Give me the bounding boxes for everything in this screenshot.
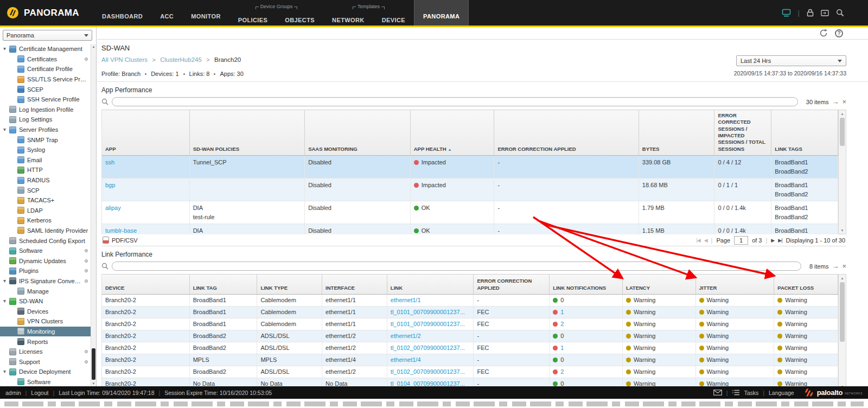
link-link[interactable]: ethernet1/1 xyxy=(391,297,421,303)
link-row-2[interactable]: Branch20-2BroadBand1Cablemodemethernet1/… xyxy=(102,307,838,318)
sidebar-item-log-ingestion-profile[interactable]: Log Ingestion Profile xyxy=(0,105,91,115)
link-column-link[interactable]: LINK xyxy=(387,275,474,294)
sidebar-item-sd-wan[interactable]: ▾SD-WAN xyxy=(0,296,91,307)
link-notifications-cell[interactable]: 0 xyxy=(550,330,623,342)
link-cell[interactable]: tl_0102_00709900001237... xyxy=(387,366,474,378)
page-number-input[interactable] xyxy=(734,236,748,245)
link-row-6[interactable]: Branch20-2MPLSMPLSethernet1/4ethernet1/4… xyxy=(102,354,838,366)
scroll-up-icon[interactable]: ▲ xyxy=(91,45,96,48)
app-column-bytes[interactable]: BYTES xyxy=(639,110,715,155)
app-table-scrollbar[interactable]: ▲ ▼ xyxy=(838,110,846,234)
app-name-cell[interactable]: bgp xyxy=(102,178,190,201)
breadcrumb-all-vpn-clusters[interactable]: All VPN Clusters xyxy=(101,56,148,63)
sidebar-item-support[interactable]: Support xyxy=(0,356,91,367)
link-link[interactable]: tl_0101_00709900001237... xyxy=(391,321,465,327)
link-column-latency[interactable]: LATENCY xyxy=(623,275,696,294)
link-link[interactable]: tl_0101_00709900001237... xyxy=(391,309,465,315)
nav-dashboard[interactable]: DASHBOARD xyxy=(93,0,151,25)
link-link[interactable]: tl_0104_00709900001237... xyxy=(391,380,465,386)
nav-objects[interactable]: OBJECTS xyxy=(276,11,323,23)
collapse-arrow-icon[interactable]: ▾ xyxy=(3,127,9,132)
sidebar-item-tacacs[interactable]: TACACS+ xyxy=(0,195,91,206)
app-row-ssh[interactable]: sshTunnel_SCPDisabledImpacted-339.08 GB0… xyxy=(102,156,838,178)
app-name-cell[interactable]: ssh xyxy=(102,156,190,178)
link-table-scrollbar[interactable]: ▲ ▼ xyxy=(838,274,846,386)
help-icon[interactable]: ? xyxy=(835,29,843,37)
clear-filter-icon[interactable]: × xyxy=(842,263,846,270)
apply-filter-icon[interactable]: → xyxy=(832,98,839,105)
link-cell[interactable]: tl_0101_00709900001237... xyxy=(387,318,474,330)
sidebar-item-software[interactable]: Software xyxy=(0,246,91,256)
link-row-3[interactable]: Branch20-2BroadBand1Cablemodemethernet1/… xyxy=(102,318,838,330)
sidebar-item-email[interactable]: Email xyxy=(0,155,91,165)
link-cell[interactable]: tl_0101_00709900001237... xyxy=(387,307,474,318)
link-column-interface[interactable]: INTERFACE xyxy=(322,275,387,294)
notification-count[interactable]: 2 xyxy=(560,368,564,375)
link-link[interactable]: tl_0102_00709900001237... xyxy=(391,345,465,351)
app-link[interactable]: ssh xyxy=(105,159,114,165)
link-cell[interactable]: ethernet1/2 xyxy=(387,330,474,342)
sidebar-item-devices[interactable]: Devices xyxy=(0,306,91,316)
collapse-arrow-icon[interactable]: ▾ xyxy=(3,369,9,374)
app-performance-search-input[interactable] xyxy=(112,97,798,106)
nav-monitor[interactable]: MONITOR xyxy=(182,0,229,25)
sidebar-item-certificate-profile[interactable]: Certificate Profile xyxy=(0,64,91,74)
link-link[interactable]: ethernet1/2 xyxy=(391,333,421,339)
collapse-arrow-icon[interactable]: ▾ xyxy=(3,278,9,284)
app-pdf-csv-button[interactable]: PDF/CSV xyxy=(103,237,138,244)
last-page-button[interactable]: ▶| xyxy=(778,238,782,243)
first-page-button[interactable]: |◀ xyxy=(696,238,700,243)
link-row-7[interactable]: Branch20-2BroadBand2ADSL/DSLethernet1/2t… xyxy=(102,366,838,378)
link-cell[interactable]: ethernet1/4 xyxy=(387,354,474,366)
app-row-bgp[interactable]: bgpDisabledImpacted-18.68 MB0 / 1 / 1Bro… xyxy=(102,178,838,201)
app-row-tumblr-base[interactable]: tumblr-baseDIADisabledOK-1.15 MB0 / 0 / … xyxy=(102,224,838,234)
link-row-1[interactable]: Branch20-2BroadBand1Cablemodemethernet1/… xyxy=(102,295,838,307)
clear-filter-icon[interactable]: × xyxy=(842,98,846,105)
link-notifications-cell[interactable]: 1 xyxy=(550,307,623,318)
sidebar-item-dynamic-updates[interactable]: Dynamic Updates xyxy=(0,256,91,266)
app-link[interactable]: tumblr-base xyxy=(105,227,137,234)
nav-panorama[interactable]: PANORAMA xyxy=(414,0,469,25)
scroll-down-icon[interactable]: ▼ xyxy=(91,382,96,385)
link-cell[interactable]: tl_0104_00709900001237... xyxy=(387,378,474,386)
app-column-link-tags[interactable]: LINK TAGS xyxy=(771,110,838,155)
link-notifications-cell[interactable]: 2 xyxy=(550,366,623,378)
context-select[interactable]: Panorama xyxy=(3,30,92,41)
link-link[interactable]: ethernet1/4 xyxy=(391,356,421,363)
prev-page-button[interactable]: ◀ xyxy=(704,238,707,243)
next-page-button[interactable]: ▶ xyxy=(771,238,774,243)
sidebar-item-snmp-trap[interactable]: SNMP Trap xyxy=(0,135,91,145)
nav-network[interactable]: NETWORK xyxy=(323,11,373,23)
app-row-alipay[interactable]: alipayDIAtest-ruleDisabledOK-1.79 MB0 / … xyxy=(102,201,838,224)
sidebar-item-log-settings[interactable]: Log Settings xyxy=(0,114,91,125)
scroll-up-icon[interactable]: ▲ xyxy=(839,112,846,116)
sidebar-item-certificate-management[interactable]: ▾Certificate Management xyxy=(0,44,91,54)
app-column-app[interactable]: APP xyxy=(102,110,190,155)
sidebar-item-ldap[interactable]: LDAP xyxy=(0,206,91,216)
sidebar-item-vpn-clusters[interactable]: VPN Clusters xyxy=(0,316,91,327)
sidebar-item-scheduled-config-export[interactable]: Scheduled Config Export xyxy=(0,235,91,246)
refresh-icon[interactable] xyxy=(819,29,828,37)
sidebar-item-ssl-tls-service-profile[interactable]: SSL/TLS Service Profile xyxy=(0,74,91,85)
sidebar-item-scep[interactable]: SCEP xyxy=(0,84,91,94)
language-link[interactable]: Language xyxy=(769,390,794,396)
collapse-arrow-icon[interactable]: ▾ xyxy=(3,298,9,304)
global-find-icon[interactable] xyxy=(836,9,844,17)
sidebar-item-syslog[interactable]: Syslog xyxy=(0,145,91,155)
link-row-8[interactable]: Branch20-2No DataNo DataNo Datatl_0104_0… xyxy=(102,378,838,386)
app-link[interactable]: bgp xyxy=(105,182,115,188)
sidebar-item-ips-signature-converter[interactable]: ▾IPS Signature Converter xyxy=(0,276,91,286)
sidebar-item-saml-identity-provider[interactable]: SAML Identity Provider xyxy=(0,226,91,236)
sidebar-item-radius[interactable]: RADIUS xyxy=(0,175,91,186)
sidebar-item-http[interactable]: HTTP xyxy=(0,165,91,175)
app-name-cell[interactable]: tumblr-base xyxy=(102,224,190,234)
scrollbar-thumb[interactable] xyxy=(92,348,95,380)
link-column-packet-loss[interactable]: PACKET LOSS xyxy=(774,275,838,294)
commit-status-icon[interactable] xyxy=(782,9,791,17)
nav-device[interactable]: DEVICE xyxy=(373,11,414,23)
sidebar-item-monitoring[interactable]: Monitoring xyxy=(0,327,91,337)
scroll-up-icon[interactable]: ▲ xyxy=(839,276,846,280)
sidebar-scrollbar[interactable]: ▲ ▼ xyxy=(91,44,96,386)
link-notifications-cell[interactable]: 1 xyxy=(550,342,623,354)
link-cell[interactable]: ethernet1/1 xyxy=(387,295,474,306)
